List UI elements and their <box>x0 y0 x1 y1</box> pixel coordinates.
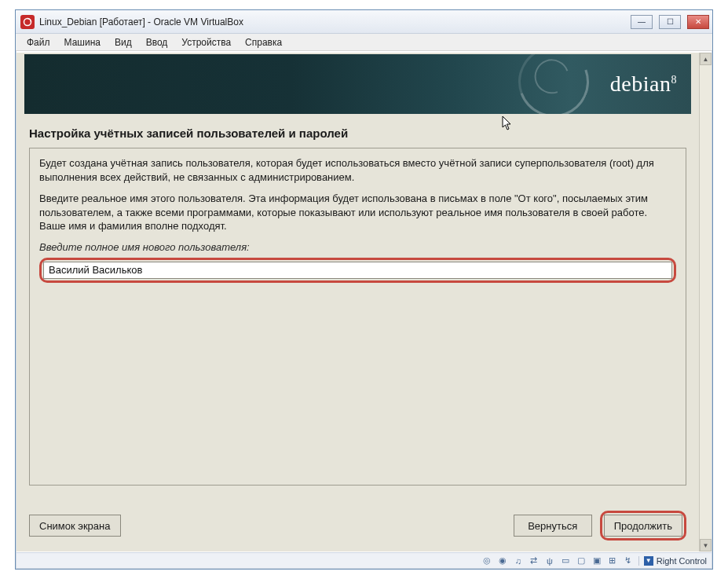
debian-banner: debian8 <box>24 54 691 114</box>
scroll-down-icon[interactable]: ▼ <box>700 539 712 552</box>
shared-folders-icon[interactable]: ▭ <box>560 555 571 566</box>
guest-viewport: debian8 Настройка учётных записей пользо… <box>16 53 712 552</box>
continue-highlight: Продолжить <box>600 511 686 541</box>
host-key-label: Right Control <box>657 556 707 566</box>
statusbar: ◎ ◉ ♫ ⇄ ψ ▭ ▢ ▣ ⊞ ↯ ▼ Right Control <box>16 552 712 568</box>
optical-disk-icon[interactable]: ◉ <box>497 555 508 566</box>
virtualbox-icon <box>20 15 35 29</box>
recording-icon[interactable]: ▣ <box>591 555 602 566</box>
usb-icon[interactable]: ψ <box>544 555 555 566</box>
host-key-indicator[interactable]: ▼ Right Control <box>638 556 707 566</box>
debian-brand: debian8 <box>610 71 677 97</box>
scroll-up-icon[interactable]: ▲ <box>700 53 712 65</box>
hard-disk-icon[interactable]: ◎ <box>481 555 492 566</box>
menubar: Файл Машина Вид Ввод Устройства Справка <box>16 34 712 51</box>
guest-scrollbar[interactable]: ▲ ▼ <box>699 53 712 552</box>
virtualbox-window: Linux_Debian [Работает] - Oracle VM Virt… <box>15 9 713 570</box>
screenshot-button[interactable]: Снимок экрана <box>29 515 121 537</box>
button-row: Снимок экрана Вернуться Продолжить <box>29 512 686 539</box>
section-title: Настройка учётных записей пользователей … <box>24 114 691 148</box>
fullname-prompt: Введите полное имя нового пользователя: <box>39 241 676 253</box>
content-box: Будет создана учётная запись пользовател… <box>29 148 686 486</box>
menu-view[interactable]: Вид <box>108 35 138 49</box>
minimize-button[interactable]: — <box>631 15 653 29</box>
debian-swirl-icon <box>507 54 601 114</box>
back-button[interactable]: Вернуться <box>514 515 592 537</box>
info-paragraph-2: Введите реальное имя этого пользователя.… <box>39 192 676 233</box>
window-title: Linux_Debian [Работает] - Oracle VM Virt… <box>39 16 243 27</box>
fullname-highlight <box>39 258 676 283</box>
network-icon[interactable]: ⇄ <box>529 555 540 566</box>
menu-input[interactable]: Ввод <box>140 35 174 49</box>
installer-panel: Настройка учётных записей пользователей … <box>24 114 691 544</box>
menu-machine[interactable]: Машина <box>58 35 107 49</box>
cpu-icon[interactable]: ⊞ <box>607 555 618 566</box>
menu-help[interactable]: Справка <box>239 35 288 49</box>
display-icon[interactable]: ▢ <box>576 555 587 566</box>
audio-icon[interactable]: ♫ <box>513 555 524 566</box>
mouse-integration-icon[interactable]: ↯ <box>623 555 634 566</box>
titlebar: Linux_Debian [Работает] - Oracle VM Virt… <box>16 10 712 34</box>
close-button[interactable]: ✕ <box>687 15 709 29</box>
menu-devices[interactable]: Устройства <box>175 35 237 49</box>
menu-file[interactable]: Файл <box>20 35 57 49</box>
host-key-arrow-icon: ▼ <box>644 556 653 566</box>
info-paragraph-1: Будет создана учётная запись пользовател… <box>39 156 676 184</box>
maximize-button[interactable]: ☐ <box>659 15 681 29</box>
continue-button[interactable]: Продолжить <box>604 515 682 537</box>
fullname-input[interactable] <box>43 262 672 279</box>
